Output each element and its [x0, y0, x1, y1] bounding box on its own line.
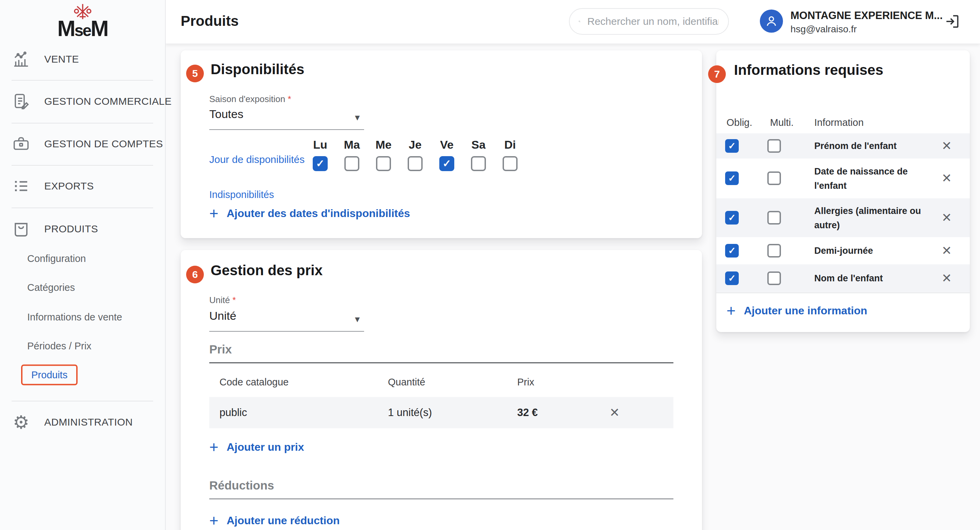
day-checkbox-di[interactable]: [503, 156, 517, 171]
day-label: Di: [494, 138, 526, 151]
sidebar-item-exports[interactable]: EXPORTS: [11, 176, 94, 195]
sidebar-item-gestion-de-comptes[interactable]: GESTION DE COMPTES: [11, 134, 163, 154]
user-name: MONTAGNE EXPERIENCE M...: [791, 10, 943, 22]
info-row: ✓ Demi-journée ✕: [716, 237, 970, 264]
day-col-me: Me: [368, 138, 399, 171]
divider: [11, 208, 153, 208]
briefcase-icon: [11, 134, 30, 154]
divider: [11, 80, 153, 81]
sidebar-subitem-produits-active[interactable]: Produits: [21, 365, 78, 386]
col-header-information: Information: [814, 117, 864, 128]
multi-checkbox[interactable]: [767, 271, 781, 285]
prices-section-title: Prix: [209, 343, 232, 356]
info-row: ✓ Allergies (alimentaire ou autre) ✕: [716, 198, 970, 237]
info-label: Demi-journée: [814, 244, 927, 258]
remove-info-icon[interactable]: ✕: [942, 212, 952, 224]
sidebar-item-administration[interactable]: ⚙ ADMINISTRATION: [11, 413, 133, 432]
remove-info-icon[interactable]: ✕: [942, 140, 952, 152]
day-label: Sa: [463, 138, 495, 151]
sidebar: MseM VENTE GESTION COMMERCIALE: [0, 0, 166, 530]
info-label: Allergies (alimentaire ou autre): [814, 204, 927, 232]
availability-card: 5 Disponibilités Saison d'exposition * T…: [181, 50, 702, 238]
day-checkbox-ma[interactable]: [344, 156, 360, 171]
main-area: Produits MONTAGNE EXPERIENCE M... hsg@va…: [165, 0, 980, 530]
logout-icon[interactable]: [943, 13, 961, 30]
add-information-label: Ajouter une information: [744, 305, 867, 317]
plus-icon: +: [209, 205, 218, 221]
season-label: Saison d'exposition *: [209, 94, 291, 105]
multi-checkbox[interactable]: [767, 211, 781, 225]
topbar: Produits MONTAGNE EXPERIENCE M... hsg@va…: [165, 0, 980, 44]
sidebar-item-vente[interactable]: VENTE: [11, 50, 79, 69]
day-col-ve: Ve ✓: [431, 138, 463, 171]
multi-checkbox[interactable]: [767, 139, 781, 153]
sidebar-item-label: GESTION DE COMPTES: [44, 138, 163, 150]
search-input[interactable]: [587, 15, 719, 27]
remove-info-icon[interactable]: ✕: [942, 172, 952, 184]
oblig-checkbox[interactable]: ✓: [725, 171, 739, 185]
oblig-checkbox[interactable]: ✓: [725, 271, 739, 285]
add-unavailability-dates-button[interactable]: + Ajouter des dates d'indisponibilités: [209, 205, 410, 221]
season-select[interactable]: Toutes ▼: [209, 105, 364, 130]
chevron-down-icon: ▼: [353, 315, 361, 324]
remove-info-icon[interactable]: ✕: [942, 244, 952, 257]
sidebar-subitem-informations-de-vente[interactable]: Informations de vente: [27, 312, 122, 323]
oblig-checkbox[interactable]: ✓: [725, 244, 739, 257]
day-label: Lu: [304, 138, 336, 151]
divider: [716, 292, 970, 293]
required-mark: *: [288, 94, 291, 104]
logo: MseM: [0, 2, 165, 40]
price-quantity-cell: 1 unité(s): [388, 406, 432, 419]
check-icon: ✓: [728, 141, 736, 151]
col-header-price: Prix: [517, 376, 534, 388]
remove-price-icon[interactable]: ✕: [609, 406, 620, 419]
list-icon: [11, 176, 30, 195]
sidebar-subitem-categories[interactable]: Catégories: [27, 282, 75, 293]
oblig-checkbox[interactable]: ✓: [725, 139, 739, 153]
day-checkbox-sa[interactable]: [471, 156, 486, 171]
check-icon: ✓: [728, 213, 736, 222]
add-information-button[interactable]: + Ajouter une information: [727, 303, 867, 318]
plus-icon: +: [209, 513, 218, 528]
sidebar-item-produits[interactable]: PRODUITS: [11, 219, 98, 238]
day-col-ma: Ma: [336, 138, 368, 171]
reductions-section-title: Réductions: [209, 479, 274, 492]
search-box[interactable]: [569, 8, 729, 35]
info-row: ✓ Date de naissance de l'enfant ✕: [716, 159, 970, 198]
step-badge-5: 5: [186, 65, 204, 83]
day-label: Ma: [336, 138, 368, 151]
gear-icon: ⚙: [11, 413, 30, 432]
col-header-oblig: Oblig.: [727, 117, 752, 128]
add-price-button[interactable]: + Ajouter un prix: [209, 439, 304, 455]
day-label: Ve: [431, 138, 463, 151]
divider: [11, 165, 153, 166]
unavailability-link[interactable]: Indisponibilités: [209, 189, 274, 200]
day-checkbox-me[interactable]: [376, 156, 391, 171]
sidebar-item-gestion-commerciale[interactable]: GESTION COMMERCIALE: [11, 92, 172, 111]
app-screen: MseM VENTE GESTION COMMERCIALE: [0, 0, 980, 530]
oblig-checkbox[interactable]: ✓: [725, 211, 739, 225]
pricing-card: 6 Gestion des prix Unité * Unité ▼ Prix …: [181, 250, 702, 530]
plus-icon: +: [209, 439, 218, 455]
multi-checkbox[interactable]: [767, 171, 781, 185]
sidebar-subitem-configuration[interactable]: Configuration: [27, 253, 86, 264]
add-unavailability-dates-label: Ajouter des dates d'indisponibilités: [227, 207, 410, 220]
sidebar-item-label: GESTION COMMERCIALE: [44, 95, 172, 107]
day-checkbox-je[interactable]: [408, 156, 423, 171]
check-icon: ✓: [316, 159, 324, 169]
price-amount-cell: 32 €: [517, 406, 538, 419]
avatar[interactable]: [760, 10, 783, 33]
sidebar-subitem-periodes-prix[interactable]: Périodes / Prix: [27, 341, 92, 352]
day-col-di: Di: [494, 138, 526, 171]
unit-select[interactable]: Unité ▼: [209, 307, 364, 332]
col-header-code: Code catalogue: [220, 376, 288, 388]
pricing-title: Gestion des prix: [211, 262, 323, 279]
add-reduction-button[interactable]: + Ajouter une réduction: [209, 513, 340, 528]
info-label: Date de naissance de l'enfant: [814, 164, 927, 193]
sidebar-item-label: PRODUITS: [44, 223, 98, 235]
multi-checkbox[interactable]: [767, 244, 781, 257]
remove-info-icon[interactable]: ✕: [942, 272, 952, 284]
section-rule: [209, 362, 673, 363]
day-checkbox-ve[interactable]: ✓: [439, 156, 454, 171]
day-checkbox-lu[interactable]: ✓: [313, 156, 328, 171]
